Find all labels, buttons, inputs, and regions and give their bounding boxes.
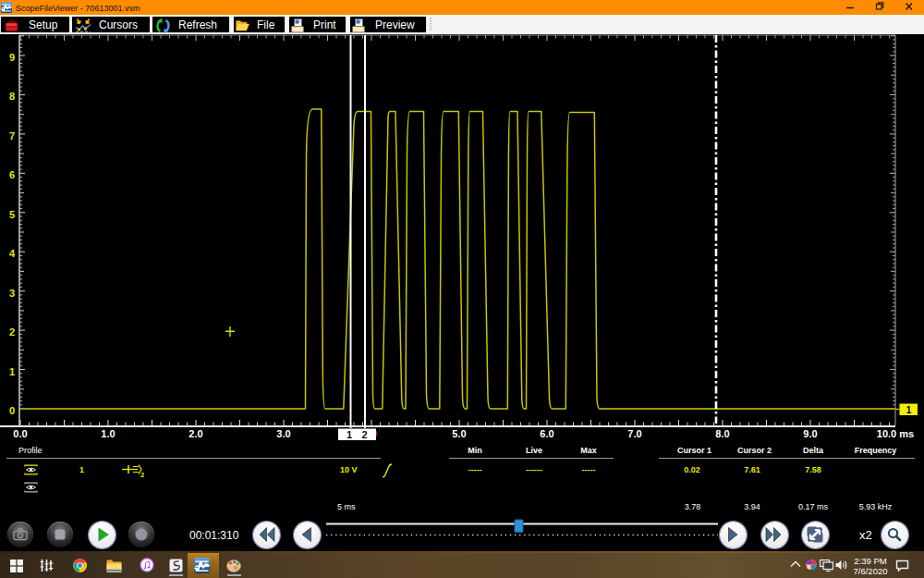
- svg-text:6: 6: [9, 169, 15, 180]
- svg-text:6.0: 6.0: [540, 428, 553, 439]
- svg-text:9: 9: [9, 52, 15, 63]
- svg-text:3: 3: [9, 288, 15, 299]
- svg-text:0.0: 0.0: [13, 428, 27, 439]
- svg-text:1: 1: [9, 366, 15, 377]
- svg-text:1: 1: [346, 429, 352, 440]
- svg-text:1.0: 1.0: [101, 428, 115, 439]
- svg-text:1: 1: [906, 405, 912, 415]
- svg-text:7.0: 7.0: [627, 428, 641, 439]
- svg-text:4: 4: [9, 248, 16, 259]
- svg-text:2.0: 2.0: [188, 428, 202, 439]
- svg-text:8: 8: [9, 91, 15, 102]
- svg-text:0: 0: [9, 405, 15, 416]
- svg-text:8.0: 8.0: [715, 428, 729, 439]
- svg-text:2: 2: [361, 429, 367, 440]
- svg-text:7: 7: [9, 130, 15, 141]
- svg-text:9.0: 9.0: [803, 428, 817, 439]
- svg-text:10.0 ms: 10.0 ms: [877, 428, 914, 439]
- svg-text:2: 2: [140, 471, 144, 478]
- svg-text:2: 2: [9, 326, 15, 338]
- svg-text:5: 5: [9, 209, 15, 220]
- svg-text:5.0: 5.0: [452, 428, 466, 439]
- svg-text:3.0: 3.0: [276, 428, 290, 439]
